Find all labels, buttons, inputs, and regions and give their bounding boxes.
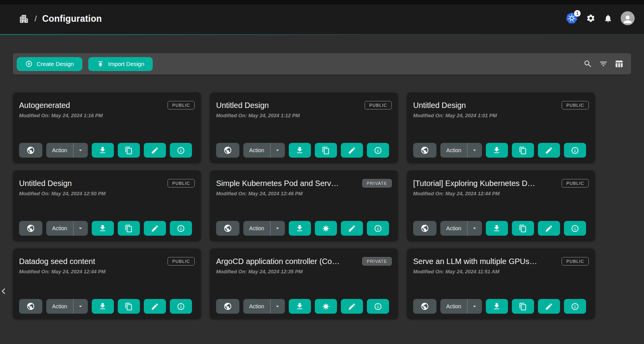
info-button[interactable] (367, 143, 389, 158)
chevron-down-icon[interactable] (270, 143, 285, 158)
action-dropdown-button[interactable]: Action (46, 221, 88, 236)
design-card[interactable]: Datadog seed content PUBLIC Modified On:… (13, 248, 201, 319)
design-card[interactable]: Simple Kubernetes Pod and Serv… PRIVATE … (210, 170, 398, 241)
kanvas-spiral-icon (321, 302, 330, 311)
copy-button[interactable] (118, 299, 140, 314)
action-button-label: Action (243, 143, 270, 158)
design-card[interactable]: Serve an LLM with multiple GPUs… PUBLIC … (407, 248, 595, 319)
edit-button[interactable] (341, 221, 363, 236)
design-title: Untitled Design (19, 177, 72, 188)
download-button[interactable] (289, 143, 311, 158)
kubernetes-context-icon[interactable]: 1 (565, 12, 578, 24)
visibility-globe-button[interactable] (216, 299, 239, 314)
design-card[interactable]: Autogenerated PUBLIC Modified On: May 24… (13, 92, 201, 163)
info-button[interactable] (170, 299, 192, 314)
design-card[interactable]: Untitled Design PUBLIC Modified On: May … (13, 170, 201, 241)
chevron-down-icon[interactable] (467, 221, 482, 236)
action-dropdown-button[interactable]: Action (243, 221, 285, 236)
copy-button[interactable] (512, 143, 534, 158)
download-button[interactable] (289, 299, 311, 314)
chevron-down-icon[interactable] (270, 299, 285, 314)
action-dropdown-button[interactable]: Action (440, 143, 482, 158)
action-dropdown-button[interactable]: Action (46, 143, 88, 158)
info-button[interactable] (564, 143, 586, 158)
edit-button[interactable] (144, 143, 166, 158)
info-button[interactable] (170, 143, 192, 158)
chevron-down-icon[interactable] (467, 299, 482, 314)
info-icon (177, 224, 185, 233)
info-button[interactable] (170, 221, 192, 236)
design-card[interactable]: Untitled Design PUBLIC Modified On: May … (210, 92, 398, 163)
visibility-globe-button[interactable] (216, 143, 239, 158)
kanvas-button[interactable] (315, 299, 337, 314)
visibility-globe-button[interactable] (19, 221, 42, 236)
visibility-globe-button[interactable] (413, 221, 436, 236)
chevron-down-icon[interactable] (73, 143, 88, 158)
edit-button[interactable] (341, 143, 363, 158)
edit-button[interactable] (538, 221, 560, 236)
filter-icon[interactable] (599, 59, 608, 68)
chevron-down-icon[interactable] (73, 221, 88, 236)
chevron-down-icon[interactable] (73, 299, 88, 314)
edit-button[interactable] (144, 299, 166, 314)
action-button-label: Action (440, 143, 467, 158)
download-button[interactable] (486, 221, 508, 236)
organization-building-icon[interactable] (19, 14, 29, 24)
bell-icon[interactable] (604, 14, 613, 23)
table-view-icon[interactable] (614, 59, 623, 68)
chevron-down-icon[interactable] (467, 143, 482, 158)
download-button[interactable] (92, 221, 114, 236)
edit-button[interactable] (538, 299, 560, 314)
edit-button[interactable] (144, 221, 166, 236)
download-button[interactable] (486, 143, 508, 158)
card-header: Serve an LLM with multiple GPUs… PUBLIC (413, 255, 589, 266)
download-button[interactable] (92, 299, 114, 314)
app-header: / Configuration 1 (0, 0, 644, 34)
visibility-globe-button[interactable] (216, 221, 239, 236)
action-dropdown-button[interactable]: Action (243, 299, 285, 314)
info-button[interactable] (564, 299, 586, 314)
edit-button[interactable] (538, 143, 560, 158)
search-icon[interactable] (583, 59, 592, 68)
card-actions: Action (216, 299, 392, 314)
copy-button[interactable] (118, 143, 140, 158)
info-button[interactable] (367, 299, 389, 314)
download-button[interactable] (289, 221, 311, 236)
gear-icon[interactable] (586, 14, 595, 23)
copy-button[interactable] (315, 143, 337, 158)
import-design-button[interactable]: Import Design (88, 57, 153, 71)
visibility-globe-button[interactable] (19, 299, 42, 314)
download-icon (98, 224, 107, 233)
visibility-globe-button[interactable] (413, 299, 436, 314)
design-card[interactable]: Untitled Design PUBLIC Modified On: May … (407, 92, 595, 163)
info-button[interactable] (564, 221, 586, 236)
action-dropdown-button[interactable]: Action (440, 299, 482, 314)
visibility-badge: PUBLIC (168, 179, 195, 188)
design-card[interactable]: [Tutorial] Exploring Kubernetes D… PUBLI… (407, 170, 595, 241)
visibility-globe-button[interactable] (413, 143, 436, 158)
action-dropdown-button[interactable]: Action (46, 299, 88, 314)
copy-button[interactable] (512, 221, 534, 236)
user-avatar[interactable] (621, 11, 635, 25)
download-button[interactable] (486, 299, 508, 314)
chevron-down-icon[interactable] (270, 221, 285, 236)
create-design-button[interactable]: Create Design (17, 57, 82, 71)
design-card[interactable]: ArgoCD application controller (Co… PRIVA… (210, 248, 398, 319)
modified-on: Modified On: May 24, 2024 1:12 PM (216, 113, 392, 118)
sidebar-expand-toggle[interactable] (0, 285, 9, 297)
copy-button[interactable] (118, 221, 140, 236)
visibility-globe-button[interactable] (19, 143, 42, 158)
download-icon (295, 302, 304, 311)
copy-icon (519, 302, 527, 311)
action-dropdown-button[interactable]: Action (243, 143, 285, 158)
chevron-left-icon (0, 285, 9, 297)
kanvas-button[interactable] (315, 221, 337, 236)
action-dropdown-button[interactable]: Action (440, 221, 482, 236)
copy-button[interactable] (512, 299, 534, 314)
info-button[interactable] (367, 221, 389, 236)
info-icon (177, 302, 185, 311)
edit-button[interactable] (341, 299, 363, 314)
action-button-label: Action (243, 221, 270, 236)
download-button[interactable] (92, 143, 114, 158)
card-actions: Action (216, 221, 392, 236)
